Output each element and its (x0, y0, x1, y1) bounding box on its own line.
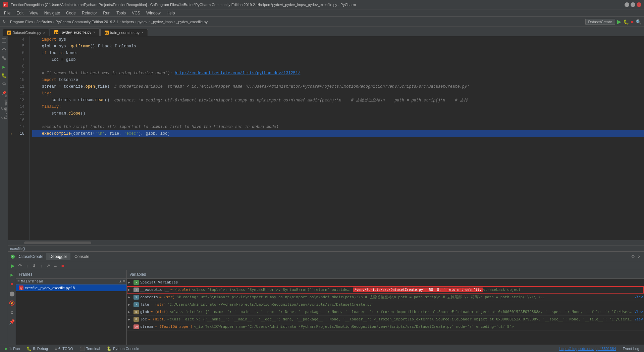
code-content[interactable]: import sys glob = sys._getframe().f_back… (30, 36, 644, 240)
terminal-label: Terminal (86, 347, 100, 351)
var-value-loc: <class 'dict'>: {'__name__': '__main__',… (167, 317, 633, 321)
minimize-button[interactable]: — (625, 2, 629, 7)
exception-expand: ▶ (128, 288, 133, 292)
menu-vcs[interactable]: VCS (129, 10, 143, 16)
sidebar-settings-icon[interactable] (1, 81, 7, 87)
close-button[interactable]: × (637, 2, 641, 7)
run-status-item[interactable]: ▶ 1: Run (3, 346, 22, 352)
tab-train-neural[interactable]: py train_neuralnet.py × (100, 29, 148, 36)
breadcrumb-refresh[interactable]: ↻ (3, 19, 6, 24)
breadcrumb-jetbrains[interactable]: JetBrains (37, 20, 52, 24)
debug-settings-side-btn[interactable]: ⚙ (9, 309, 15, 316)
menu-code[interactable]: Code (63, 10, 78, 16)
panel-close-btn[interactable]: × (637, 253, 641, 260)
sidebar-debug-icon[interactable]: 🐛 (1, 73, 7, 79)
menu-file[interactable]: File (1, 10, 13, 16)
menu-tools[interactable]: Tools (114, 10, 128, 16)
menu-run[interactable]: Run (100, 10, 113, 16)
search-everywhere-button[interactable]: 🔍 (636, 19, 641, 25)
event-log-item[interactable]: Event Log (621, 346, 641, 351)
step-into-my-btn[interactable]: ⬇ (31, 262, 38, 269)
stop-button[interactable]: ■ (631, 19, 634, 25)
sidebar-git-icon[interactable] (1, 55, 7, 61)
sidebar-project-icon[interactable] (1, 38, 7, 44)
tab-console[interactable]: Console (71, 253, 93, 260)
editor-gutter: ⚡ (8, 36, 15, 240)
contents-view-link[interactable]: View (635, 295, 643, 299)
svg-point-7 (2, 56, 4, 58)
breadcrumb-pydev[interactable]: pydev (138, 20, 147, 24)
tab-close-dataset[interactable]: × (43, 31, 45, 35)
step-out-btn[interactable]: ↑ (38, 262, 45, 269)
thread-nav-up[interactable]: ▲ (119, 279, 122, 283)
sidebar-favorites-label[interactable]: Z: Favorites (1, 107, 7, 114)
debug-stop-side-btn[interactable]: ■ (9, 281, 15, 288)
debug-breakpoints-btn[interactable]: ⬤ (9, 290, 15, 297)
tab-close-execfile[interactable]: × (93, 31, 95, 34)
panel-settings-btn[interactable]: ⚙ (630, 253, 636, 260)
tab-close-train[interactable]: × (142, 31, 144, 35)
svg-point-8 (4, 58, 6, 60)
debugger-tab-label: Debugger (49, 254, 67, 259)
loc-view-link[interactable]: View (635, 317, 643, 321)
sidebar-run-icon[interactable]: ▶ (1, 64, 7, 70)
run-button[interactable]: ▶ (617, 18, 621, 25)
sidebar-favorites-icon[interactable] (1, 46, 7, 52)
var-name-exception: __exception__ (140, 288, 169, 292)
breadcrumb-program-files[interactable]: Program Files (10, 20, 33, 24)
tab-dataset-create[interactable]: py DatasetCreate.py × (3, 29, 49, 36)
var-row-contents[interactable]: ▶ S contents = (str) '# coding: utf-8\ni… (127, 294, 644, 301)
var-row-exception[interactable]: ▶ T __exception__ = (tuple) <class 'tupl… (127, 286, 644, 294)
code-line-empty3 (32, 150, 644, 157)
python-console-status-item[interactable]: 🐍 Python Console (105, 346, 141, 352)
step-into-btn[interactable]: ↓ (24, 262, 31, 269)
menu-navigate[interactable]: Navigate (42, 10, 63, 16)
frames-header: Frames (16, 270, 126, 279)
var-row-loc[interactable]: ▶ D loc = (dict) <class 'dict'>: {'__nam… (127, 316, 644, 323)
url-display[interactable]: https://blog.csdn.net/qq_46601384 (557, 346, 618, 351)
gutter-11 (8, 83, 15, 90)
var-row-stream[interactable]: ▶ oo stream = (TextIOWrapper) <_io.TextI… (127, 323, 644, 331)
step-over-btn[interactable]: ↷ (17, 262, 23, 269)
title-bar: P EmotionRecognition [C:\Users\Administr… (0, 0, 644, 9)
run-cursor-btn[interactable]: ↗ (45, 262, 52, 269)
debug-mute-btn[interactable]: 🔕 (9, 300, 15, 306)
frame-item-execfile[interactable]: py execfile:_pydev_execfile.py:18 (16, 284, 126, 291)
tab-debugger[interactable]: Debugger (46, 253, 70, 260)
breadcrumb-helpers[interactable]: helpers (122, 20, 134, 24)
editor-scrollbar[interactable] (8, 240, 644, 246)
breadcrumb-pydev-imps[interactable]: _pydev_imps (151, 20, 173, 24)
menu-refactor[interactable]: Refactor (79, 10, 100, 16)
var-row-glob[interactable]: ▶ D glob = (dict) <class 'dict'>: {'__na… (127, 308, 644, 316)
debug-pin-btn[interactable]: 📌 (9, 318, 15, 325)
menu-window[interactable]: Window (144, 10, 163, 16)
debug-resume-side-btn[interactable]: ▶ (9, 271, 15, 278)
evaluate-btn[interactable]: ≡ (52, 262, 59, 269)
line-num-7: 7 (15, 56, 26, 63)
contents-icon: S (133, 295, 139, 300)
menu-help[interactable]: Help (164, 10, 178, 16)
code-line-11: stream = tokenize.open(file) # @Undefine… (32, 83, 644, 90)
debug-status-item[interactable]: 🐛 5: Debug (24, 346, 50, 352)
line-num-17: 17 (15, 124, 26, 130)
stop-debug-btn[interactable]: ■ (59, 262, 66, 269)
menu-view[interactable]: View (27, 10, 41, 16)
run-config-dropdown[interactable]: DatasetCreate (585, 19, 615, 25)
debug-button[interactable]: 🐛 (623, 19, 629, 25)
thread-nav-down[interactable]: ▼ (123, 279, 125, 283)
special-variables-row[interactable]: ▶ ★ Special Variables (127, 279, 644, 286)
file-icon: S (133, 302, 139, 307)
breadcrumb-pycharm[interactable]: PyCharm Community Edition 2019.2.1 (56, 20, 118, 24)
menu-edit[interactable]: Edit (14, 10, 26, 16)
terminal-status-item[interactable]: ⬛ Terminal (78, 346, 102, 352)
glob-view-link[interactable]: View (635, 310, 643, 314)
debug-session-icon: ▶ (11, 255, 15, 259)
line-num-12: 12 (15, 90, 26, 97)
breadcrumb-execfile[interactable]: _pydev_execfile.py (176, 20, 208, 24)
maximize-button[interactable]: □ (631, 2, 635, 7)
tab-execfile[interactable]: py _pydev_execfile.py × (50, 29, 99, 36)
var-row-file[interactable]: ▶ S file = (str) 'C:/Users/Administrator… (127, 301, 644, 308)
lightning-icon-18[interactable]: ⚡ (10, 132, 13, 136)
resume-btn[interactable]: ▶ (9, 262, 16, 269)
todo-status-item[interactable]: ≡ 6: TODO (53, 346, 75, 352)
